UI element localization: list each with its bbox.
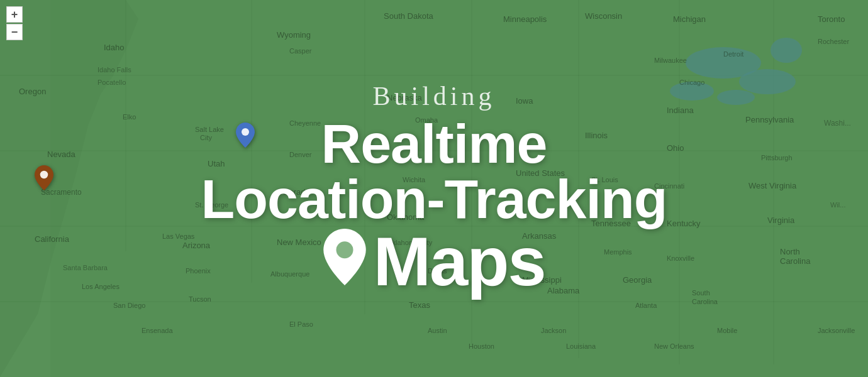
svg-text:Knoxville: Knoxville bbox=[667, 254, 694, 262]
svg-point-95 bbox=[242, 128, 249, 136]
svg-text:Atlanta: Atlanta bbox=[635, 302, 657, 309]
svg-text:Virginia: Virginia bbox=[767, 216, 795, 225]
svg-text:Denver: Denver bbox=[289, 151, 312, 158]
svg-text:Nebraska: Nebraska bbox=[387, 93, 422, 102]
svg-text:Carolina: Carolina bbox=[692, 298, 718, 305]
svg-point-17 bbox=[771, 38, 802, 63]
svg-text:New Mexico: New Mexico bbox=[277, 238, 321, 247]
svg-text:Iowa: Iowa bbox=[516, 96, 533, 106]
svg-text:Oregon: Oregon bbox=[19, 87, 46, 96]
svg-text:Washi...: Washi... bbox=[824, 119, 851, 128]
svg-text:Tennessee: Tennessee bbox=[591, 219, 631, 228]
svg-text:Detroit: Detroit bbox=[723, 50, 743, 58]
svg-text:Cincinnati: Cincinnati bbox=[654, 182, 684, 190]
svg-text:Texas: Texas bbox=[409, 300, 430, 310]
svg-text:Albuquerque: Albuquerque bbox=[270, 270, 309, 278]
svg-text:Elko: Elko bbox=[123, 113, 136, 121]
svg-text:Casper: Casper bbox=[289, 47, 312, 55]
svg-text:Pocatello: Pocatello bbox=[97, 79, 126, 86]
svg-text:Colorado: Colorado bbox=[277, 187, 310, 197]
svg-text:California: California bbox=[35, 234, 70, 244]
svg-text:Arkansas: Arkansas bbox=[522, 231, 557, 241]
svg-point-16 bbox=[717, 90, 755, 105]
map-background: Oregon Idaho Idaho Falls Pocatello Nevad… bbox=[0, 0, 868, 377]
svg-text:Ensenada: Ensenada bbox=[142, 327, 173, 334]
svg-text:Phoenix: Phoenix bbox=[186, 267, 211, 275]
svg-text:Oklahoma City: Oklahoma City bbox=[387, 239, 433, 246]
svg-text:New Orleans: New Orleans bbox=[654, 342, 694, 350]
svg-text:Idaho: Idaho bbox=[104, 43, 125, 52]
svg-text:Michigan: Michigan bbox=[673, 14, 706, 24]
svg-text:Minneapolis: Minneapolis bbox=[503, 14, 547, 24]
svg-text:Toronto: Toronto bbox=[818, 14, 845, 24]
svg-text:Wyoming: Wyoming bbox=[277, 30, 311, 40]
svg-text:City: City bbox=[200, 134, 212, 141]
svg-text:Carolina: Carolina bbox=[780, 256, 811, 266]
svg-text:Las Vegas: Las Vegas bbox=[162, 232, 195, 240]
svg-text:Tucson: Tucson bbox=[189, 295, 211, 303]
svg-text:San Diego: San Diego bbox=[113, 302, 145, 309]
svg-text:Utah: Utah bbox=[208, 159, 225, 168]
map-pin-sf bbox=[35, 165, 53, 193]
svg-text:Illinois: Illinois bbox=[585, 131, 608, 140]
svg-text:St. George: St. George bbox=[195, 201, 228, 209]
svg-text:El Paso: El Paso bbox=[289, 320, 313, 328]
svg-text:South Dakota: South Dakota bbox=[384, 11, 434, 21]
svg-text:Pittsburgh: Pittsburgh bbox=[761, 154, 793, 161]
svg-text:Arizona: Arizona bbox=[182, 241, 211, 250]
svg-text:Ohio: Ohio bbox=[667, 143, 684, 153]
svg-point-14 bbox=[739, 69, 796, 94]
svg-text:Oklahoma: Oklahoma bbox=[387, 212, 425, 222]
svg-text:Mississippi: Mississippi bbox=[522, 275, 562, 285]
svg-text:Jacksonville: Jacksonville bbox=[818, 327, 855, 334]
svg-text:Louisiana: Louisiana bbox=[566, 342, 596, 350]
svg-text:Milwaukee: Milwaukee bbox=[654, 57, 687, 64]
svg-text:South: South bbox=[692, 289, 710, 297]
svg-text:Chicago: Chicago bbox=[679, 79, 704, 86]
map-pin-utah bbox=[236, 123, 255, 150]
svg-point-96 bbox=[40, 171, 48, 179]
svg-text:Pennsylvania: Pennsylvania bbox=[745, 115, 794, 124]
svg-text:Cheyenne: Cheyenne bbox=[289, 119, 321, 127]
map-controls: + − bbox=[6, 6, 23, 40]
zoom-out-button[interactable]: − bbox=[6, 24, 23, 40]
svg-text:St. Louis: St. Louis bbox=[591, 176, 618, 183]
svg-text:Wichita: Wichita bbox=[403, 176, 426, 183]
svg-text:Wil...: Wil... bbox=[830, 201, 845, 209]
svg-text:Houston: Houston bbox=[469, 342, 494, 350]
svg-text:North: North bbox=[780, 247, 800, 256]
svg-text:Memphis: Memphis bbox=[604, 248, 632, 256]
svg-text:Wisconsin: Wisconsin bbox=[585, 11, 622, 21]
svg-text:Rochester: Rochester bbox=[818, 38, 849, 45]
svg-text:Salt Lake: Salt Lake bbox=[195, 126, 224, 133]
svg-text:Dallas: Dallas bbox=[428, 267, 447, 275]
svg-text:West Virginia: West Virginia bbox=[748, 181, 797, 190]
svg-text:Santa Barbara: Santa Barbara bbox=[63, 264, 108, 271]
svg-text:Alabama: Alabama bbox=[547, 286, 580, 295]
svg-text:Los Angeles: Los Angeles bbox=[82, 283, 120, 290]
svg-text:Mobile: Mobile bbox=[717, 327, 737, 334]
zoom-in-button[interactable]: + bbox=[6, 6, 23, 23]
svg-text:Idaho Falls: Idaho Falls bbox=[97, 66, 131, 74]
svg-text:Austin: Austin bbox=[428, 327, 447, 334]
svg-text:Georgia: Georgia bbox=[623, 275, 652, 285]
svg-text:Jackson: Jackson bbox=[541, 327, 566, 334]
map-container: Oregon Idaho Idaho Falls Pocatello Nevad… bbox=[0, 0, 868, 377]
svg-text:United States: United States bbox=[516, 168, 565, 178]
svg-text:Omaha: Omaha bbox=[415, 116, 438, 124]
svg-text:Indiana: Indiana bbox=[667, 106, 694, 115]
svg-text:Nevada: Nevada bbox=[47, 150, 76, 159]
svg-text:Kentucky: Kentucky bbox=[667, 219, 701, 228]
